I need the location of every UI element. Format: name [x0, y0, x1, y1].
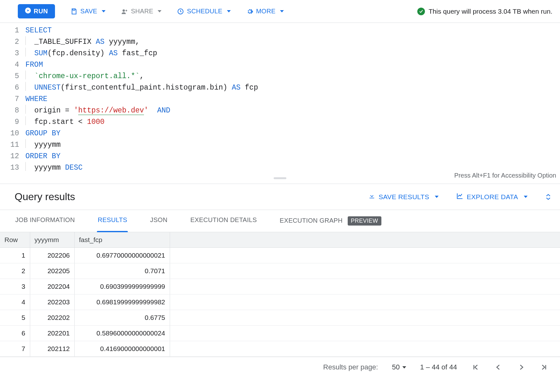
cell-fastfcp: 0.6903999999999999	[74, 279, 170, 294]
explore-data-label: EXPLORE DATA	[467, 193, 518, 201]
cell-yyyymm: 202201	[30, 326, 74, 341]
expand-collapse-button[interactable]	[545, 194, 551, 200]
cell-row: 5	[0, 310, 30, 326]
save-button[interactable]: SAVE	[70, 8, 106, 15]
table-row[interactable]: 42022030.69819999999999982	[0, 294, 560, 310]
save-icon	[70, 8, 78, 15]
cell-fastfcp: 0.58960000000000024	[74, 326, 170, 341]
results-title: Query results	[15, 191, 75, 203]
cell-yyyymm: 202202	[30, 310, 74, 326]
svg-point-1	[123, 9, 125, 11]
caret-down-icon	[280, 10, 284, 12]
col-header-fastfcp[interactable]: fast_fcp	[74, 232, 170, 248]
cell-fastfcp: 0.69770000000000021	[74, 248, 170, 263]
download-icon	[368, 193, 375, 201]
chart-icon	[456, 193, 463, 201]
table-row[interactable]: 52022020.6775	[0, 310, 560, 326]
caret-down-icon	[524, 196, 528, 198]
line-gutter: 12345678910111213	[0, 23, 25, 175]
share-icon	[121, 8, 128, 15]
table-row[interactable]: 12022060.69770000000000021	[0, 248, 560, 263]
caret-down-icon	[227, 10, 231, 12]
caret-down-icon	[402, 366, 406, 368]
results-pagination: Results per page: 50 1 – 44 of 44	[0, 357, 560, 377]
explore-data-button[interactable]: EXPLORE DATA	[456, 193, 528, 201]
tab-execution-graph[interactable]: EXECUTION GRAPH PREVIEW	[279, 210, 382, 232]
accessibility-hint: Press Alt+F1 for Accessibility Option	[454, 172, 556, 179]
pagination-range: 1 – 44 of 44	[420, 363, 457, 371]
cell-fastfcp: 0.6775	[74, 310, 170, 326]
preview-badge: PREVIEW	[348, 216, 381, 226]
tab-json[interactable]: JSON	[149, 210, 168, 232]
more-label: MORE	[256, 8, 276, 15]
rows-per-page-select[interactable]: 50	[392, 363, 406, 371]
cell-yyyymm: 202203	[30, 294, 74, 310]
cell-row: 4	[0, 294, 30, 310]
last-page-button[interactable]	[540, 363, 549, 372]
cell-row: 3	[0, 279, 30, 294]
run-button[interactable]: RUN	[18, 4, 55, 18]
more-button[interactable]: MORE	[246, 8, 284, 15]
table-row[interactable]: 22022050.7071	[0, 263, 560, 279]
table-header-row: Row yyyymm fast_fcp	[0, 232, 560, 248]
table-row[interactable]: 32022040.6903999999999999	[0, 279, 560, 294]
col-header-filler	[170, 232, 560, 248]
drag-handle-icon[interactable]	[274, 177, 286, 179]
results-table: Row yyyymm fast_fcp 12022060.69770000000…	[0, 232, 560, 357]
results-header: Query results SAVE RESULTS EXPLORE DATA	[0, 184, 560, 210]
cell-yyyymm: 202206	[30, 248, 74, 263]
caret-down-icon	[158, 10, 161, 12]
caret-down-icon	[102, 10, 106, 12]
cell-row: 1	[0, 248, 30, 263]
prev-page-button[interactable]	[494, 363, 503, 372]
caret-down-icon	[435, 196, 439, 198]
tab-execution-details[interactable]: EXECUTION DETAILS	[190, 210, 257, 232]
play-icon	[25, 7, 31, 15]
checkmark-icon	[417, 8, 425, 15]
share-label: SHARE	[131, 8, 153, 15]
cell-row: 7	[0, 341, 30, 357]
query-toolbar: RUN SAVE SHARE SCHEDULE MORE This qu	[0, 0, 560, 23]
tab-results[interactable]: RESULTS	[97, 210, 128, 232]
col-header-yyyymm[interactable]: yyyymm	[30, 232, 74, 248]
editor-resize-bar[interactable]: Press Alt+F1 for Accessibility Option	[0, 175, 560, 184]
rows-per-page-value: 50	[392, 363, 400, 371]
save-label: SAVE	[80, 8, 97, 15]
col-header-row[interactable]: Row	[0, 232, 30, 248]
cell-row: 6	[0, 326, 30, 341]
sql-editor[interactable]: 12345678910111213 SELECT_TABLE_SUFFIX AS…	[0, 23, 560, 175]
gear-icon	[246, 8, 254, 15]
cell-yyyymm: 202205	[30, 263, 74, 279]
cell-fastfcp: 0.4169000000000001	[74, 341, 170, 357]
tab-job-information[interactable]: JOB INFORMATION	[15, 210, 75, 232]
results-tabs: JOB INFORMATION RESULTS JSON EXECUTION D…	[0, 210, 560, 232]
tab-execution-graph-label: EXECUTION GRAPH	[280, 217, 343, 224]
schedule-button[interactable]: SCHEDULE	[177, 8, 230, 15]
cell-row: 2	[0, 263, 30, 279]
schedule-label: SCHEDULE	[187, 8, 222, 15]
cell-yyyymm: 202204	[30, 279, 74, 294]
save-results-button[interactable]: SAVE RESULTS	[368, 193, 439, 201]
clock-icon	[177, 8, 184, 15]
validator-text: This query will process 3.04 TB when run…	[429, 8, 552, 15]
run-label: RUN	[34, 8, 48, 15]
rows-per-page-label: Results per page:	[323, 363, 378, 371]
table-row[interactable]: 72021120.4169000000000001	[0, 341, 560, 357]
cell-fastfcp: 0.69819999999999982	[74, 294, 170, 310]
query-validator: This query will process 3.04 TB when run…	[417, 8, 552, 15]
table-row[interactable]: 62022010.58960000000000024	[0, 326, 560, 341]
cell-yyyymm: 202112	[30, 341, 74, 357]
first-page-button[interactable]	[471, 363, 480, 372]
save-results-label: SAVE RESULTS	[379, 193, 429, 201]
share-button[interactable]: SHARE	[121, 8, 161, 15]
cell-fastfcp: 0.7071	[74, 263, 170, 279]
next-page-button[interactable]	[517, 363, 526, 372]
code-area[interactable]: SELECT_TABLE_SUFFIX AS yyyymm,SUM(fcp.de…	[25, 23, 560, 175]
